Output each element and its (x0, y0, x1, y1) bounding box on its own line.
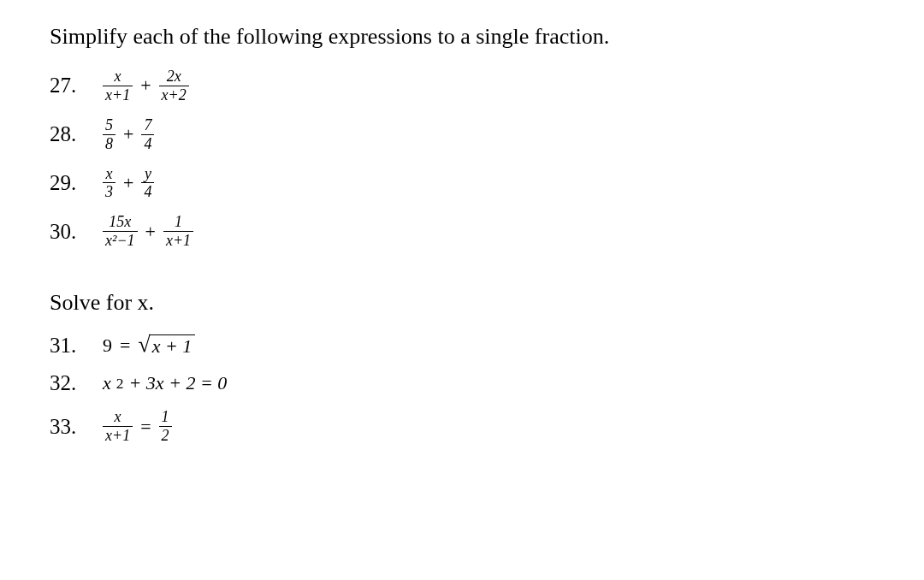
poly-var: x (103, 372, 111, 394)
fraction: 5 8 (103, 117, 116, 152)
denominator: 3 (103, 182, 116, 200)
operator: + (138, 74, 153, 97)
problem-number: 28. (50, 122, 103, 146)
problem-27: 27. x x+1 + 2x x+2 (50, 68, 874, 104)
sqrt-radicand: x + 1 (149, 334, 196, 358)
numerator: 1 (172, 214, 185, 231)
denominator: x+1 (103, 86, 133, 104)
square-root: √ x + 1 (138, 333, 195, 358)
poly-exp: 2 (116, 375, 124, 393)
problem-32: 32. x2 + 3x + 2 = 0 (50, 371, 874, 395)
fraction: x x+1 (103, 409, 133, 444)
numerator: y (142, 166, 154, 183)
fraction: 2x x+2 (159, 68, 189, 104)
problem-expression: 5 8 + 7 4 (103, 117, 154, 152)
problem-expression: x 3 + y 4 (103, 166, 154, 201)
problem-expression: 15x x²−1 + 1 x+1 (103, 214, 193, 249)
problem-number: 31. (50, 334, 103, 358)
problem-expression: x2 + 3x + 2 = 0 (103, 372, 227, 394)
problem-29: 29. x 3 + y 4 (50, 166, 874, 201)
fraction: y 4 (141, 166, 154, 201)
poly-rest: + 3x + 2 = 0 (129, 372, 228, 394)
operator: + (121, 123, 136, 145)
denominator: x+1 (103, 426, 133, 444)
numerator: 7 (141, 117, 154, 134)
equals-sign: = (117, 334, 133, 357)
operator: + (143, 221, 158, 243)
denominator: x²−1 (103, 231, 138, 249)
fraction: 1 x+1 (163, 214, 193, 249)
sqrt-icon: √ (138, 334, 150, 358)
problem-28: 28. 5 8 + 7 4 (50, 117, 874, 152)
section1-instruction: Simplify each of the following expressio… (50, 24, 874, 50)
numerator: x (104, 166, 116, 183)
fraction: x 3 (103, 166, 116, 201)
fraction: 15x x²−1 (103, 214, 138, 249)
fraction: x x+1 (103, 68, 133, 104)
denominator: x+1 (163, 231, 193, 249)
numerator: x (112, 409, 124, 426)
problem-number: 29. (50, 171, 103, 195)
numerator: 15x (106, 214, 133, 231)
operator: + (121, 172, 136, 194)
problem-number: 27. (50, 74, 103, 98)
denominator: 2 (159, 426, 172, 444)
numerator: 2x (164, 68, 184, 86)
numerator: x (112, 68, 124, 86)
numerator: 5 (103, 117, 116, 134)
problem-expression: 9 = √ x + 1 (103, 333, 195, 358)
problem-30: 30. 15x x²−1 + 1 x+1 (50, 214, 874, 249)
lhs: 9 (103, 334, 112, 357)
problem-number: 33. (50, 415, 103, 439)
problem-31: 31. 9 = √ x + 1 (50, 333, 874, 358)
fraction: 7 4 (141, 117, 154, 152)
problem-number: 32. (50, 371, 103, 395)
problem-33: 33. x x+1 = 1 2 (50, 409, 874, 444)
problem-number: 30. (50, 220, 103, 244)
equals-sign: = (138, 416, 153, 438)
denominator: 8 (103, 134, 116, 152)
denominator: 4 (141, 182, 154, 200)
numerator: 1 (159, 409, 172, 426)
section2-instruction: Solve for x. (50, 290, 874, 316)
problem-expression: x x+1 = 1 2 (103, 409, 172, 444)
denominator: 4 (141, 134, 154, 152)
fraction: 1 2 (159, 409, 172, 444)
problem-expression: x x+1 + 2x x+2 (103, 68, 189, 104)
denominator: x+2 (159, 86, 189, 104)
